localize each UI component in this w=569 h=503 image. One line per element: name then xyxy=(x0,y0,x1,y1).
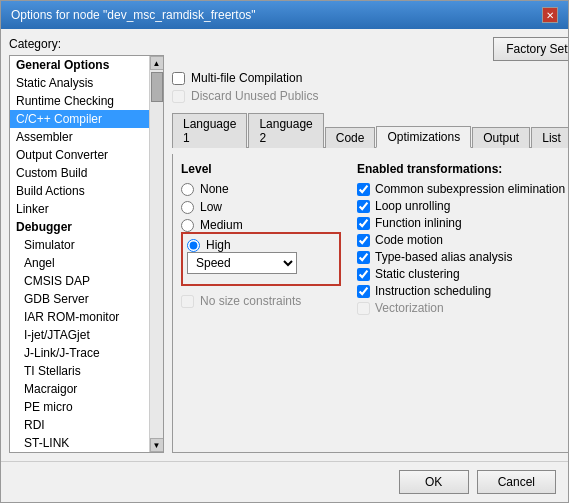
sidebar-item-general-options[interactable]: General Options xyxy=(10,56,149,74)
transform-loop-unrolling-checkbox[interactable] xyxy=(357,200,370,213)
dialog-title: Options for node "dev_msc_ramdisk_freert… xyxy=(11,8,256,22)
level-radio-group: None Low Medium xyxy=(181,182,341,286)
factory-settings-button[interactable]: Factory Settings xyxy=(493,37,568,61)
speed-dropdown-row: Speed xyxy=(187,252,335,274)
level-low-radio[interactable] xyxy=(181,201,194,214)
sidebar-item-cmsis-dap[interactable]: CMSIS DAP xyxy=(10,272,149,290)
transform-function-inlining-checkbox[interactable] xyxy=(357,217,370,230)
tab-output[interactable]: Output xyxy=(472,127,530,148)
sidebar-item-macraigor[interactable]: Macraigor xyxy=(10,380,149,398)
transform-code-motion-label: Code motion xyxy=(375,233,443,247)
dialog: Options for node "dev_msc_ramdisk_freert… xyxy=(0,0,569,503)
tabs-bar: Language 1 Language 2 Code Optimizations… xyxy=(172,113,568,148)
level-none-row: None xyxy=(181,182,341,196)
main-panel: Factory Settings Multi-file Compilation … xyxy=(172,37,568,453)
sidebar-item-pe-micro[interactable]: PE micro xyxy=(10,398,149,416)
sidebar-item-gdb-server[interactable]: GDB Server xyxy=(10,290,149,308)
transform-function-inlining: Function inlining xyxy=(357,216,568,230)
sidebar-item-runtime-checking[interactable]: Runtime Checking xyxy=(10,92,149,110)
level-title: Level xyxy=(181,162,341,176)
sidebar-item-static-analysis[interactable]: Static Analysis xyxy=(10,74,149,92)
category-scrollbar[interactable]: ▲ ▼ xyxy=(149,56,163,452)
transform-list: Common subexpression elimination Loop un… xyxy=(357,182,568,315)
level-high-label: High xyxy=(206,238,231,252)
transform-instruction-scheduling-label: Instruction scheduling xyxy=(375,284,491,298)
sidebar-item-angel[interactable]: Angel xyxy=(10,254,149,272)
discard-unused-checkbox[interactable] xyxy=(172,90,185,103)
scroll-down-arrow[interactable]: ▼ xyxy=(150,438,164,452)
transform-static-clustering: Static clustering xyxy=(357,267,568,281)
transform-common-subexpr-label: Common subexpression elimination xyxy=(375,182,565,196)
transform-type-based-alias-label: Type-based alias analysis xyxy=(375,250,512,264)
speed-select[interactable]: Speed xyxy=(187,252,297,274)
sidebar-item-output-converter[interactable]: Output Converter xyxy=(10,146,149,164)
no-size-constraints-label: No size constraints xyxy=(200,294,301,308)
discard-unused-label: Discard Unused Publics xyxy=(191,89,318,103)
level-medium-row: Medium xyxy=(181,218,341,232)
sidebar-item-iar-rom-monitor[interactable]: IAR ROM-monitor xyxy=(10,308,149,326)
sidebar-item-linker[interactable]: Linker xyxy=(10,200,149,218)
transform-type-based-alias: Type-based alias analysis xyxy=(357,250,568,264)
title-bar: Options for node "dev_msc_ramdisk_freert… xyxy=(1,1,568,29)
level-medium-radio[interactable] xyxy=(181,219,194,232)
tab-code[interactable]: Code xyxy=(325,127,376,148)
transform-instruction-scheduling: Instruction scheduling xyxy=(357,284,568,298)
transform-loop-unrolling: Loop unrolling xyxy=(357,199,568,213)
sidebar-item-custom-build[interactable]: Custom Build xyxy=(10,164,149,182)
tab-optimizations[interactable]: Optimizations xyxy=(376,126,471,148)
close-button[interactable]: ✕ xyxy=(542,7,558,23)
category-label: Category: xyxy=(9,37,164,51)
discard-unused-row: Discard Unused Publics xyxy=(172,89,568,103)
sidebar-item-assembler[interactable]: Assembler xyxy=(10,128,149,146)
tab-language2[interactable]: Language 2 xyxy=(248,113,323,148)
level-medium-label: Medium xyxy=(200,218,243,232)
level-high-radio[interactable] xyxy=(187,239,200,252)
level-none-label: None xyxy=(200,182,229,196)
tab-content-optimizations: Level None Low Medium xyxy=(172,154,568,453)
sidebar-item-build-actions[interactable]: Build Actions xyxy=(10,182,149,200)
sidebar-item-jlink[interactable]: J-Link/J-Trace xyxy=(10,344,149,362)
category-panel: Category: General Options Static Analysi… xyxy=(9,37,164,453)
level-none-radio[interactable] xyxy=(181,183,194,196)
sidebar-item-cpp-compiler[interactable]: C/C++ Compiler xyxy=(10,110,149,128)
transformations-title: Enabled transformations: xyxy=(357,162,568,176)
multifile-compilation-row: Multi-file Compilation xyxy=(172,71,568,85)
close-icon: ✕ xyxy=(546,10,554,21)
transform-type-based-alias-checkbox[interactable] xyxy=(357,251,370,264)
options-row: Multi-file Compilation Discard Unused Pu… xyxy=(172,67,568,107)
transform-common-subexpr: Common subexpression elimination xyxy=(357,182,568,196)
sidebar-item-ijet[interactable]: I-jet/JTAGjet xyxy=(10,326,149,344)
cancel-button[interactable]: Cancel xyxy=(477,470,556,494)
no-size-constraints-row: No size constraints xyxy=(181,294,341,308)
ok-button[interactable]: OK xyxy=(399,470,469,494)
scroll-thumb[interactable] xyxy=(151,72,163,102)
sidebar-item-rdi[interactable]: RDI xyxy=(10,416,149,434)
no-size-constraints-checkbox[interactable] xyxy=(181,295,194,308)
level-panel: Level None Low Medium xyxy=(181,162,341,444)
level-high-box: High Speed xyxy=(181,232,341,286)
sidebar-item-simulator[interactable]: Simulator xyxy=(10,236,149,254)
transform-vectorization-label: Vectorization xyxy=(375,301,444,315)
multifile-compilation-label: Multi-file Compilation xyxy=(191,71,302,85)
transform-vectorization-checkbox[interactable] xyxy=(357,302,370,315)
sidebar-item-stlink[interactable]: ST-LINK xyxy=(10,434,149,452)
category-list: General Options Static Analysis Runtime … xyxy=(10,56,149,452)
level-high-row: High xyxy=(187,238,335,252)
dialog-body: Category: General Options Static Analysi… xyxy=(1,29,568,461)
transform-instruction-scheduling-checkbox[interactable] xyxy=(357,285,370,298)
tab-list[interactable]: List xyxy=(531,127,568,148)
transform-code-motion-checkbox[interactable] xyxy=(357,234,370,247)
multifile-compilation-checkbox[interactable] xyxy=(172,72,185,85)
transform-loop-unrolling-label: Loop unrolling xyxy=(375,199,450,213)
transform-vectorization: Vectorization xyxy=(357,301,568,315)
dialog-footer: OK Cancel xyxy=(1,461,568,502)
transform-common-subexpr-checkbox[interactable] xyxy=(357,183,370,196)
tab-language1[interactable]: Language 1 xyxy=(172,113,247,148)
sidebar-item-ti-stellaris[interactable]: TI Stellaris xyxy=(10,362,149,380)
factory-settings-row: Factory Settings xyxy=(172,37,568,61)
transformations-panel: Enabled transformations: Common subexpre… xyxy=(357,162,568,444)
transform-static-clustering-checkbox[interactable] xyxy=(357,268,370,281)
sidebar-item-debugger[interactable]: Debugger xyxy=(10,218,149,236)
level-low-row: Low xyxy=(181,200,341,214)
scroll-up-arrow[interactable]: ▲ xyxy=(150,56,164,70)
